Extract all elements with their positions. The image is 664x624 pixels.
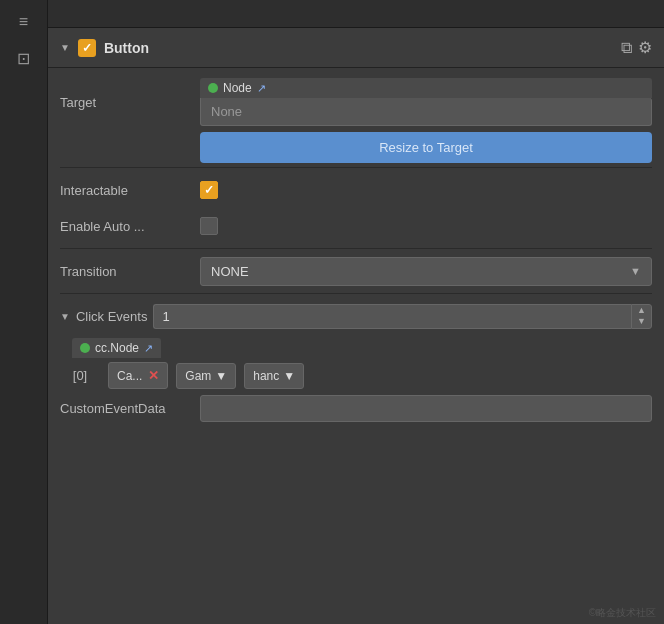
event-node-tag-row: cc.Node ↗	[60, 338, 652, 358]
interactable-label: Interactable	[60, 183, 190, 198]
click-events-spinner-down[interactable]: ▼	[632, 316, 651, 328]
resize-btn-wrapper: Resize to Target	[200, 126, 652, 163]
main-panel: ▼ ✓ Button ⧉ ⚙ Target Node ↗	[48, 0, 664, 624]
enable-auto-label: Enable Auto ...	[60, 219, 190, 234]
custom-event-input[interactable]	[200, 395, 652, 422]
interactable-row: Interactable ✓	[60, 172, 652, 208]
divider-3	[60, 293, 652, 294]
gear-icon[interactable]: ⚙	[638, 38, 652, 57]
click-events-count-wrapper: ▲ ▼	[153, 304, 652, 329]
transition-arrow-icon: ▼	[630, 265, 641, 277]
section-toggle-arrow[interactable]: ▼	[60, 42, 70, 53]
event-node-dot	[80, 343, 90, 353]
enable-auto-row: Enable Auto ...	[60, 208, 652, 244]
event-object-button[interactable]: Ca... ✕	[108, 362, 168, 389]
event-method-2-label: hanc	[253, 369, 279, 383]
event-method-dropdown-2[interactable]: hanc ▼	[244, 363, 304, 389]
event-remove-icon[interactable]: ✕	[148, 368, 159, 383]
header-icons: ⧉ ⚙	[621, 38, 652, 57]
node-label: Node	[223, 81, 252, 95]
properties-area: Target Node ↗ Resize to Target	[48, 68, 664, 432]
event-item-row: [0] Ca... ✕ Gam ▼ hanc ▼	[60, 362, 652, 389]
click-events-count-input[interactable]	[153, 304, 631, 329]
section-title: Button	[104, 40, 613, 56]
event-method-2-arrow: ▼	[283, 369, 295, 383]
interactable-checkbox[interactable]: ✓	[200, 181, 218, 199]
transition-dropdown[interactable]: NONE ▼	[200, 257, 652, 286]
transition-row: Transition NONE ▼	[60, 253, 652, 289]
section-header: ▼ ✓ Button ⧉ ⚙	[48, 28, 664, 68]
click-events-label: Click Events	[76, 309, 148, 324]
event-index-label: [0]	[60, 368, 100, 383]
divider-2	[60, 248, 652, 249]
resize-to-target-button[interactable]: Resize to Target	[200, 132, 652, 163]
click-events-spinner-up[interactable]: ▲	[632, 305, 651, 317]
event-cc-node-tag: cc.Node ↗	[72, 338, 161, 358]
copy-icon[interactable]: ⧉	[621, 39, 632, 57]
watermark: ©略金技术社区	[48, 602, 664, 624]
click-events-spinners: ▲ ▼	[631, 304, 652, 329]
event-method-dropdown-1[interactable]: Gam ▼	[176, 363, 236, 389]
resize-btn-row: Resize to Target	[60, 126, 652, 163]
click-events-header-row: ▼ Click Events ▲ ▼	[60, 298, 652, 334]
event-method-1-label: Gam	[185, 369, 211, 383]
divider-1	[60, 167, 652, 168]
transition-value: NONE ▼	[200, 257, 652, 286]
event-external-link-icon[interactable]: ↗	[144, 342, 153, 355]
click-events-toggle-arrow[interactable]: ▼	[60, 311, 70, 322]
event-obj-label: Ca...	[117, 369, 142, 383]
sidebar-menu-icon[interactable]: ≡	[10, 8, 38, 36]
target-external-link-icon[interactable]: ↗	[257, 82, 266, 95]
target-row: Target Node ↗	[60, 78, 652, 126]
transition-value-text: NONE	[211, 264, 249, 279]
interactable-checkmark: ✓	[204, 183, 214, 197]
transition-label: Transition	[60, 264, 190, 279]
sidebar-component-icon[interactable]: ⊡	[10, 44, 38, 72]
target-input[interactable]	[200, 98, 652, 126]
event-method-1-arrow: ▼	[215, 369, 227, 383]
checkmark-icon: ✓	[82, 41, 92, 55]
target-label: Target	[60, 95, 190, 110]
enable-auto-checkbox[interactable]	[200, 217, 218, 235]
node-green-dot	[208, 83, 218, 93]
custom-event-label: CustomEventData	[60, 401, 190, 416]
top-bar	[48, 0, 664, 28]
custom-event-row: CustomEventData	[60, 395, 652, 422]
target-value-area: Node ↗	[200, 78, 652, 126]
left-sidebar: ≡ ⊡	[0, 0, 48, 624]
event-node-label: cc.Node	[95, 341, 139, 355]
target-input-wrapper: Node ↗	[200, 78, 652, 126]
target-node-tag: Node ↗	[200, 78, 652, 98]
section-enabled-checkbox[interactable]: ✓	[78, 39, 96, 57]
